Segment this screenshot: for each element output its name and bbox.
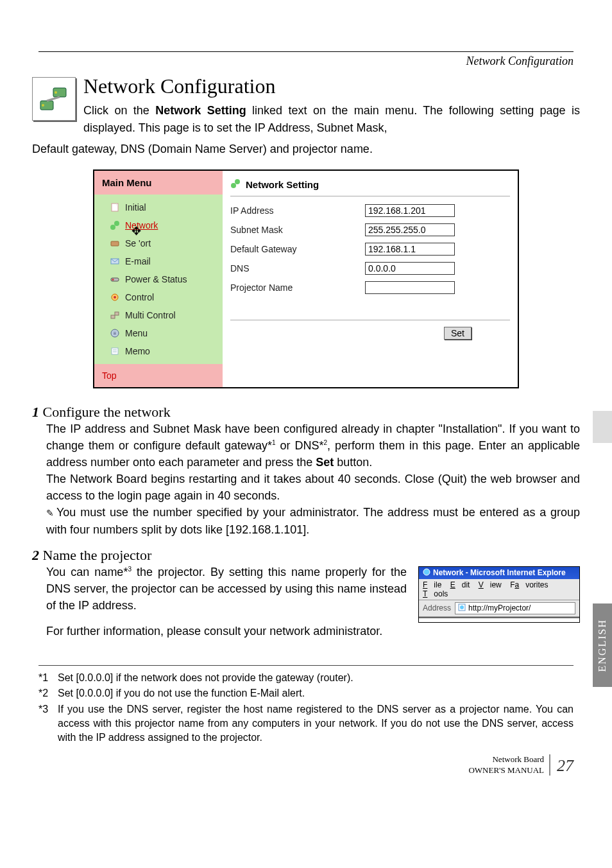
menu-item-memo[interactable]: Memo <box>94 342 223 360</box>
browser-titlebar: Network - Microsoft Internet Explore <box>419 567 579 579</box>
step-2: 2 Name the projector You can name*3 the … <box>32 547 580 639</box>
network-icon <box>230 178 241 191</box>
menu-favorites[interactable]: Favorites <box>510 580 548 589</box>
footnotes: *1Set [0.0.0.0] if the network does not … <box>32 671 580 745</box>
control-icon <box>110 292 120 302</box>
default-gateway-input[interactable] <box>365 243 455 256</box>
step-title: Configure the network <box>39 404 171 420</box>
svg-point-7 <box>114 221 119 226</box>
step-title: Name the projector <box>39 547 151 563</box>
page-footer: Network Board OWNER'S MANUAL 27 <box>32 754 580 776</box>
page-title: Network Configuration <box>83 74 580 98</box>
svg-text:≡: ≡ <box>114 331 117 336</box>
power-icon <box>110 274 120 284</box>
running-header: Network Configuration <box>32 52 580 74</box>
svg-point-13 <box>114 296 116 299</box>
field-ip-address: IP Address <box>230 204 510 217</box>
dns-input[interactable] <box>365 262 455 275</box>
browser-menubar: FFileile Edit View Favorites Tools <box>419 579 579 600</box>
projector-name-input[interactable] <box>365 281 455 294</box>
footnote-separator <box>38 665 574 666</box>
menu-list: Initial Network ✥ Se 'ort E-mail <box>94 195 223 364</box>
port-icon <box>110 238 120 248</box>
menu-item-initial[interactable]: Initial <box>94 198 223 216</box>
step-number: 1 <box>32 404 39 420</box>
ie-icon <box>423 568 430 578</box>
subnet-mask-input[interactable] <box>365 223 455 236</box>
network-setting-panel: Network Setting IP Address Subnet Mask D… <box>223 171 518 387</box>
page-icon <box>110 202 120 213</box>
pencil-icon: ✎ <box>46 508 54 518</box>
network-icon <box>110 220 120 230</box>
menu-item-power-status[interactable]: Power & Status <box>94 270 223 288</box>
menu-view[interactable]: View <box>479 580 502 589</box>
step1-paragraph2: The Network Board begins restarting and … <box>46 471 580 504</box>
field-subnet-mask: Subnet Mask <box>230 223 510 236</box>
ie-page-icon <box>458 603 466 613</box>
intro-paragraph: Click on the Network Setting linked text… <box>83 102 580 137</box>
svg-point-4 <box>55 91 57 94</box>
field-default-gateway: Default Gateway <box>230 243 510 256</box>
page-number: 27 <box>557 756 574 776</box>
sidebar-title: Main Menu <box>94 171 223 195</box>
step1-note: ✎You must use the number specified by yo… <box>46 504 580 537</box>
multi-control-icon <box>110 310 120 320</box>
svg-rect-8 <box>111 241 119 246</box>
menu-item-control[interactable]: Control <box>94 288 223 306</box>
menu-item-network[interactable]: Network ✥ <box>94 216 223 234</box>
memo-icon <box>110 346 120 356</box>
svg-point-21 <box>231 183 236 188</box>
intro-continuation: Default gateway, DNS (Domain Name Server… <box>32 141 580 158</box>
svg-point-3 <box>42 104 44 107</box>
ip-address-input[interactable] <box>365 204 455 217</box>
field-dns: DNS <box>230 262 510 275</box>
svg-point-6 <box>110 225 115 230</box>
browser-address-bar: Address http://myProjector/ <box>419 600 579 617</box>
email-icon <box>110 256 120 266</box>
thumb-tab <box>593 411 612 443</box>
step2-paragraph2: For further information, please consult … <box>46 623 580 639</box>
network-section-icon <box>32 77 76 121</box>
menu-tools[interactable]: Tools <box>423 589 448 598</box>
svg-point-23 <box>423 569 430 575</box>
svg-rect-14 <box>111 315 115 318</box>
menu-edit[interactable]: Edit <box>450 580 470 589</box>
menu-file[interactable]: FFileile <box>423 580 441 589</box>
browser-window: Network - Microsoft Internet Explore FFi… <box>418 566 580 623</box>
main-menu-sidebar: Main Menu Initial Network ✥ Se 'ort <box>94 171 223 387</box>
menu-item-email[interactable]: E-mail <box>94 252 223 270</box>
field-projector-name: Projector Name <box>230 281 510 294</box>
svg-rect-15 <box>115 312 119 315</box>
set-button[interactable]: Set <box>444 327 472 340</box>
menu-icon: ≡ <box>110 328 120 338</box>
language-tab: ENGLISH <box>593 603 612 687</box>
panel-title: Network Setting <box>230 176 510 196</box>
step-number: 2 <box>32 547 39 563</box>
browser-content <box>419 617 579 622</box>
address-input[interactable]: http://myProjector/ <box>455 602 575 614</box>
menu-item-setting-port[interactable]: Se 'ort <box>94 234 223 252</box>
svg-point-25 <box>460 605 464 609</box>
svg-point-22 <box>235 179 240 184</box>
step-1: 1 Configure the network The IP address a… <box>32 404 580 538</box>
svg-line-2 <box>47 97 60 101</box>
svg-point-11 <box>112 279 114 281</box>
network-setting-window: Main Menu Initial Network ✥ Se 'ort <box>93 169 519 388</box>
menu-item-multi-control[interactable]: Multi Control <box>94 306 223 324</box>
svg-rect-18 <box>112 348 118 354</box>
top-link[interactable]: Top <box>94 364 223 387</box>
menu-item-menu[interactable]: ≡ Menu <box>94 324 223 342</box>
